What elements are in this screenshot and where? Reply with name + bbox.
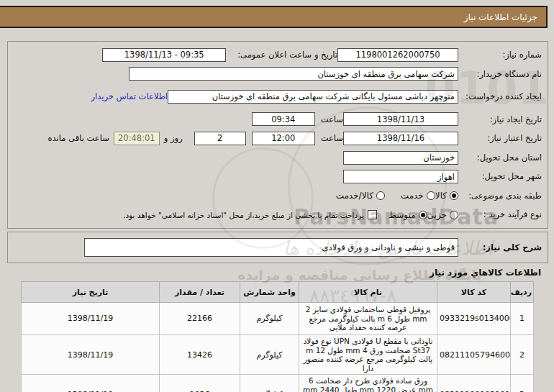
purchase-process-label: نوع فرآیند خرید : xyxy=(458,209,542,219)
cell-name: ناودانی با مقطع U فولادی UPN نوع فولاد S… xyxy=(299,335,437,375)
expiry-date-label: تاریخ اعتبار نیاز: xyxy=(458,133,542,143)
radio-medium[interactable]: متوسط xyxy=(389,210,427,220)
delivery-province-input[interactable]: خوزستان xyxy=(343,151,458,165)
radio-medium-label: متوسط xyxy=(389,210,416,220)
row-need-number: شماره نیاز: 1198001262000750 تاریخ و ساع… xyxy=(14,47,542,63)
radio-service-label: خدمت xyxy=(401,191,424,201)
table-row: 2 0821110579460002 ناودانی با مقطع U فول… xyxy=(22,335,534,375)
col-qty: تعداد / مقدار xyxy=(160,282,240,303)
cell-row: 3 xyxy=(511,375,534,392)
description-section: شرح کلی نیاز: قوطی و نبشی و ناودانی و ور… xyxy=(7,232,548,263)
need-number-label: شماره نیاز: xyxy=(458,50,542,60)
col-unit: واحد شمارش xyxy=(240,282,299,303)
remaining-hours-label: ساعت باقی مانده xyxy=(48,133,109,143)
cell-row: 2 xyxy=(511,335,534,375)
row-expiry-date: تاریخ اعتبار نیاز: 1398/11/16 ساعت 12:00… xyxy=(14,130,542,146)
radio-service-icon xyxy=(427,191,435,200)
table-row: 1 0933219s01340001 پروفیل قوطی ساختمانی … xyxy=(22,303,534,335)
page-title: جزئیات اطلاعات نیاز xyxy=(464,12,537,22)
days-remaining-input[interactable]: 2 xyxy=(194,132,246,145)
cell-code: 0821110579460002 xyxy=(437,335,511,375)
table-row: 3 0821110010210160 ورق ساده فولادی طرح د… xyxy=(22,375,534,392)
expiry-time-input[interactable]: 12:00 xyxy=(252,132,315,145)
expiry-time-label: ساعت xyxy=(321,133,343,143)
radio-goods-service[interactable]: کالا/خدمت xyxy=(336,191,385,201)
treasury-checkbox-icon xyxy=(368,210,377,219)
create-date-label: تاریخ ایجاد نیاز: xyxy=(458,114,542,124)
radio-goods-service-label: کالا/خدمت xyxy=(336,191,373,201)
subject-class-label: طبقه بندی موضوعی: xyxy=(458,191,542,201)
cell-code: 0821110010210160 xyxy=(437,375,511,392)
cell-unit: کیلوگرم xyxy=(240,335,299,375)
cell-date: 1398/11/19 xyxy=(22,303,160,335)
cell-qty: 1936 xyxy=(160,375,240,392)
col-date: تاریخ نیاز xyxy=(22,282,160,303)
need-info-form: شماره نیاز: 1198001262000750 تاریخ و ساع… xyxy=(7,41,548,229)
radio-partial[interactable]: جزیی xyxy=(427,210,458,220)
cell-row: 1 xyxy=(511,303,534,335)
col-row: ردیف xyxy=(511,282,534,303)
row-buyer-org: نام دستگاه خریدار: شرکت سهامی برق منطقه … xyxy=(14,66,542,82)
create-time-label: ساعت xyxy=(321,114,343,124)
cell-code: 0933219s01340001 xyxy=(437,303,511,335)
delivery-city-label: شهر محل تحویل: xyxy=(458,171,542,181)
announce-datetime-input[interactable]: 1398/11/13 - 09:35 xyxy=(102,48,226,62)
create-time-input[interactable]: 09:34 xyxy=(252,112,315,126)
row-request-creator: ایجاد کننده درخواست: منوچهر دباشی مسئول … xyxy=(14,85,542,108)
cell-unit: کیلوگرم xyxy=(240,303,299,335)
delivery-city-input[interactable]: اهواز xyxy=(343,170,458,183)
request-creator-label: ایجاد کننده درخواست: xyxy=(458,91,542,101)
radio-goods-label: کالا xyxy=(435,191,447,201)
create-date-input[interactable]: 1398/11/13 xyxy=(343,112,458,126)
radio-service[interactable]: خدمت xyxy=(401,191,435,201)
items-section-header: اطلاعات کالاهاي مورد نياز xyxy=(430,268,541,278)
radio-partial-icon xyxy=(450,211,458,219)
radio-partial-label: جزیی xyxy=(427,210,447,220)
announce-datetime-label: تاریخ و ساعت اعلان عمومی: xyxy=(237,50,337,60)
description-label: شرح کلی نیاز: xyxy=(458,242,542,252)
row-delivery-province: استان محل تحویل: خوزستان xyxy=(14,150,542,165)
cell-unit: کیلوگرم xyxy=(240,375,299,392)
treasury-checkbox-label: پرداخت تمام یا بخشی از مبلغ خرید،از محل … xyxy=(123,211,364,219)
col-name: نام کالا xyxy=(299,282,437,303)
radio-goods-service-icon xyxy=(376,191,385,200)
col-code: کد کالا xyxy=(437,282,511,303)
cell-qty: 13426 xyxy=(160,335,240,375)
cell-qty: 22166 xyxy=(160,303,240,335)
radio-goods-icon xyxy=(450,191,458,200)
radio-goods[interactable]: کالا xyxy=(435,191,458,201)
row-create-date: تاریخ ایجاد نیاز: 1398/11/13 ساعت 09:34 xyxy=(14,111,542,127)
request-creator-input[interactable]: منوچهر دباشی مسئول بایگانی شرکت سهامی بر… xyxy=(168,90,458,104)
delivery-province-label: استان محل تحویل: xyxy=(458,152,542,163)
page-title-bar: جزئیات اطلاعات نیاز xyxy=(0,6,548,28)
buyer-org-label: نام دستگاه خریدار: xyxy=(458,69,542,79)
cell-date: 1398/11/19 xyxy=(22,375,160,392)
need-details-page: جزئیات اطلاعات نیاز شماره نیاز: 11980012… xyxy=(0,0,554,392)
expiry-date-input[interactable]: 1398/11/16 xyxy=(343,132,458,145)
treasury-checkbox[interactable]: پرداخت تمام یا بخشی از مبلغ خرید،از محل … xyxy=(123,210,377,219)
items-table: ردیف کد کالا نام کالا واحد شمارش تعداد /… xyxy=(21,281,534,392)
cell-name: پروفیل قوطی ساختمانی فولادی سایز 2 mm طو… xyxy=(299,303,437,335)
countdown-box: 20:48:01 xyxy=(114,132,160,145)
items-table-header-row: ردیف کد کالا نام کالا واحد شمارش تعداد /… xyxy=(22,282,534,303)
need-number-input[interactable]: 1198001262000750 xyxy=(337,48,458,62)
cell-name: ورق ساده فولادی طرح دار ضخامت 6 mm عرض 1… xyxy=(299,375,437,392)
row-delivery-city: شهر محل تحویل: اهواز xyxy=(14,169,542,185)
row-purchase-process: نوع فرآیند خرید : جزیی متوسط پرداخت تمام… xyxy=(14,207,542,223)
cell-date: 1398/11/19 xyxy=(22,335,160,375)
description-input[interactable]: قوطی و نبشی و ناودانی و ورق فولادی xyxy=(84,238,458,257)
radio-medium-icon xyxy=(419,211,427,219)
buyer-org-input[interactable]: شرکت سهامی برق منطقه ای خوزستان xyxy=(129,67,458,81)
buyer-contact-link[interactable]: اطلاعات تماس خریدار xyxy=(91,91,168,101)
days-label: روز و xyxy=(164,133,183,143)
row-subject-class: طبقه بندی موضوعی: کالا خدمت کالا/خدمت xyxy=(14,188,542,204)
